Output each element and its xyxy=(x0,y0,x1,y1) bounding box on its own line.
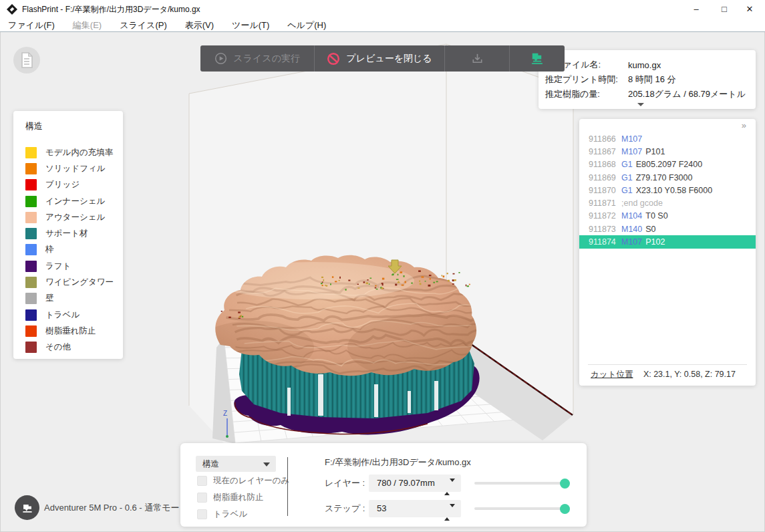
step-slider[interactable] xyxy=(474,507,569,510)
step-slider-handle[interactable] xyxy=(560,504,570,514)
step-label: ステップ : xyxy=(325,503,365,515)
menu-item[interactable]: 編集(E) xyxy=(73,19,102,31)
app-window: Z FlashPrint - F:/卒業制作/出力用3Dデータ/kumo.gx … xyxy=(0,0,765,532)
checkbox-row[interactable]: 現在のレイヤーのみ xyxy=(197,475,289,486)
gcode-line[interactable]: 911866 M107 xyxy=(579,132,756,145)
legend-item: モデル内の充填率 xyxy=(25,144,114,160)
layer-control-panel: 構造 現在のレイヤーのみ 樹脂垂れ防止 トラベル xyxy=(180,443,587,527)
legend-color-swatch xyxy=(25,244,37,255)
legend-color-swatch xyxy=(25,196,37,207)
gcode-line[interactable]: 911868 G1 E805.2097 F2400 xyxy=(579,158,756,171)
info-value: kumo.gx xyxy=(628,60,661,70)
legend-color-swatch xyxy=(25,309,37,321)
legend-item: 壁 xyxy=(25,291,114,307)
gcode-command: M107 xyxy=(621,147,642,156)
file-path: F:/卒業制作/出力用3Dデータ/kumo.gx xyxy=(325,456,471,469)
layer-value: 780 / 79.07mm xyxy=(377,478,435,488)
info-row: スファイル名: kumo.gx xyxy=(545,57,756,72)
legend-label: トラベル xyxy=(45,309,80,321)
spin-down-icon[interactable] xyxy=(450,504,455,517)
checkbox[interactable] xyxy=(197,476,207,486)
layer-slider[interactable] xyxy=(474,482,569,485)
maximize-button[interactable]: □ xyxy=(712,0,737,19)
gcode-line-number: 911874 xyxy=(589,237,621,247)
cut-position-value: X: 23.1, Y: 0.58, Z: 79.17 xyxy=(643,370,736,379)
layer-spinner[interactable] xyxy=(444,479,455,496)
legend-color-swatch xyxy=(25,342,37,353)
legend-color-swatch xyxy=(25,212,37,223)
checkbox[interactable] xyxy=(197,493,207,503)
layer-input[interactable]: 780 / 79.07mm xyxy=(369,475,461,492)
legend-color-swatch xyxy=(25,277,37,288)
printer-logo-icon[interactable] xyxy=(15,495,39,520)
printer-icon xyxy=(528,50,545,67)
menu-item[interactable]: ファイル(F) xyxy=(8,19,55,31)
run-slice-button[interactable]: スライスの実行 xyxy=(200,45,314,72)
close-button[interactable]: ✕ xyxy=(737,0,762,19)
legend-label: 樹脂垂れ防止 xyxy=(45,325,96,337)
menu-item[interactable]: ツール(T) xyxy=(232,19,269,31)
gcode-line[interactable]: 911873 M140 S0 xyxy=(579,223,756,235)
gcode-command: G1 xyxy=(621,173,633,182)
load-file-button[interactable] xyxy=(13,47,40,74)
minimize-button[interactable]: – xyxy=(683,0,709,19)
legend-label: ソリッドフィル xyxy=(45,163,106,174)
view-mode-dropdown[interactable]: 構造 xyxy=(196,456,276,472)
legend-label: ブリッジ xyxy=(45,179,80,190)
download-icon xyxy=(470,51,484,65)
spin-up-icon[interactable] xyxy=(444,507,450,521)
gcode-line[interactable]: 911867 M107 P101 xyxy=(579,145,756,158)
layer-label: レイヤー : xyxy=(325,477,365,489)
collapse-caret-icon[interactable] xyxy=(637,103,644,106)
menu-item[interactable]: スライス(P) xyxy=(120,19,167,31)
spin-down-icon[interactable] xyxy=(450,479,455,492)
menu-item[interactable]: ヘルプ(H) xyxy=(287,19,326,31)
checkbox-row[interactable]: 樹脂垂れ防止 xyxy=(197,492,263,503)
legend-color-swatch xyxy=(25,179,37,190)
legend-label: モデル内の充填率 xyxy=(45,147,113,158)
checkbox-label: 樹脂垂れ防止 xyxy=(213,492,263,503)
info-label: 推定プリント時間: xyxy=(545,74,628,86)
gcode-line[interactable]: 911870 G1 X23.10 Y0.58 F6000 xyxy=(579,184,756,196)
legend-item: アウターシェル xyxy=(25,209,114,225)
cut-position-row: カット位置 X: 23.1, Y: 0.58, Z: 79.17 xyxy=(591,369,736,380)
info-label: 推定樹脂の量: xyxy=(545,88,628,100)
info-value: 8 時間 16 分 xyxy=(628,74,676,86)
legend-item: ブリッジ xyxy=(25,177,114,193)
gcode-line[interactable]: 911871 ;end gcode xyxy=(579,196,756,209)
gcode-line-number: 911869 xyxy=(589,173,621,182)
gcode-line[interactable]: 911874 M107 P102 xyxy=(579,235,756,248)
gcode-line-list[interactable]: 911866 M107 911867 M107 P101 911868 G1 E… xyxy=(579,132,756,249)
step-spinner[interactable] xyxy=(444,504,455,521)
gcode-command: M104 xyxy=(621,211,642,221)
gcode-line[interactable]: 911869 G1 Z79.170 F3000 xyxy=(579,171,756,184)
spin-up-icon[interactable] xyxy=(444,482,450,495)
info-value: 205.18グラム / 68.79メートル xyxy=(628,88,746,100)
info-row: 推定樹脂の量: 205.18グラム / 68.79メートル xyxy=(545,87,756,102)
printer-status-text: Adventurer 5M Pro - 0.6 - 通常モード xyxy=(44,502,188,514)
gcode-args: E805.2097 F2400 xyxy=(636,160,702,169)
legend-color-swatch xyxy=(25,163,37,174)
save-gcode-button[interactable] xyxy=(444,45,509,72)
legend-item: ワイピングタワー xyxy=(25,274,114,290)
legend-item: インナーシェル xyxy=(25,193,114,209)
cut-position-label[interactable]: カット位置 xyxy=(591,370,633,379)
title-bar: FlashPrint - F:/卒業制作/出力用3Dデータ/kumo.gx – … xyxy=(0,0,765,19)
legend-label: 壁 xyxy=(45,293,54,304)
checkbox-row[interactable]: トラベル xyxy=(197,509,247,519)
svg-text:Z: Z xyxy=(223,410,227,417)
send-to-printer-button[interactable] xyxy=(509,45,564,72)
menu-bar: ファイル(F) 編集(E) スライス(P) 表示(V) ツール(T) ヘルプ(H… xyxy=(0,19,765,32)
flashprint-logo-icon xyxy=(7,4,17,15)
menu-item[interactable]: 表示(V) xyxy=(185,19,214,31)
gcode-line-number: 911872 xyxy=(589,211,621,221)
step-input[interactable]: 53 xyxy=(369,500,461,517)
checkbox[interactable] xyxy=(197,509,207,519)
layer-slider-handle[interactable] xyxy=(560,479,570,489)
slice-info-panel: スファイル名: kumo.gx 推定プリント時間: 8 時間 16 分 推定樹脂… xyxy=(539,50,756,109)
close-preview-button[interactable]: プレビューを閉じる xyxy=(314,45,444,72)
structure-legend-panel: 構造 モデル内の充填率 ソリッドフィル ブリッジ xyxy=(13,111,123,359)
legend-color-swatch xyxy=(25,325,37,337)
expand-panel-icon[interactable]: » xyxy=(742,120,747,130)
gcode-line[interactable]: 911872 M104 T0 S0 xyxy=(579,210,756,223)
